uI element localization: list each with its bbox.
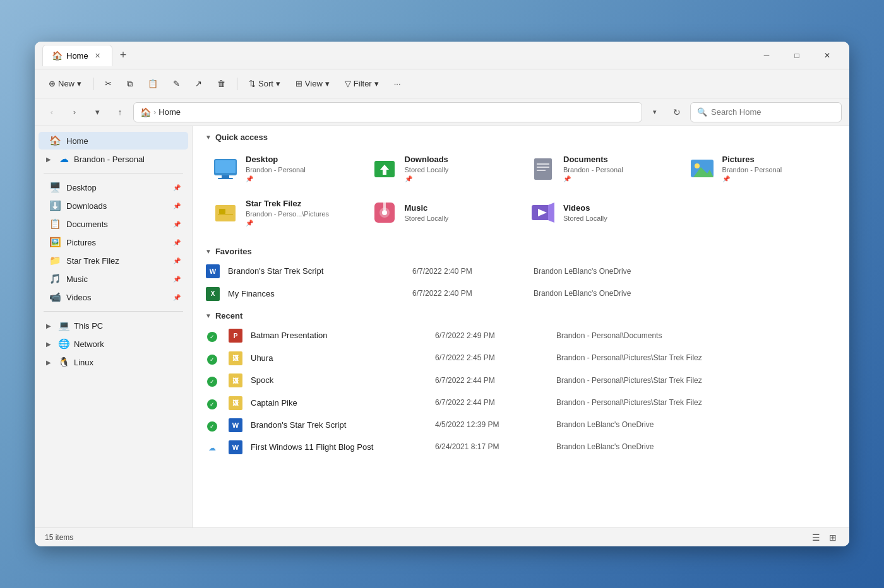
- new-tab-button[interactable]: +: [115, 46, 132, 64]
- sidebar-item-home[interactable]: 🏠 Home: [39, 132, 188, 150]
- sidebar-item-music[interactable]: 🎵 Music 📌: [39, 270, 188, 288]
- word-icon: W: [229, 440, 242, 454]
- dropdown-button[interactable]: ▾: [88, 103, 107, 122]
- qa-item-pictures[interactable]: Pictures Brandon - Personal 📌: [682, 148, 837, 189]
- favorite-item[interactable]: X My Finances 6/7/2022 2:40 PM Brandon L…: [193, 282, 849, 305]
- qa-info: Pictures Brandon - Personal 📌: [722, 155, 782, 182]
- sidebar-item-pictures[interactable]: 🖼️ Pictures 📌: [39, 233, 188, 251]
- sidebar-home-label: Home: [66, 136, 181, 146]
- address-dropdown-button[interactable]: ▾: [646, 102, 664, 122]
- quick-access-header[interactable]: ▼ Quick access: [193, 126, 849, 146]
- address-path[interactable]: 🏠 › Home: [133, 102, 642, 122]
- search-icon: 🔍: [697, 107, 707, 117]
- word-icon: W: [206, 264, 220, 278]
- delete-button[interactable]: 🗑: [211, 74, 232, 94]
- recent-item[interactable]: ✓ 🖼 Spock 6/7/2022 2:44 PM Brandon - Per…: [193, 369, 849, 392]
- copy-button[interactable]: ⧉: [121, 74, 139, 94]
- new-label: New: [58, 79, 75, 88]
- recent-item[interactable]: ✓ 🖼 Uhura 6/7/2022 2:45 PM Brandon - Per…: [193, 346, 849, 369]
- sidebar-item-desktop[interactable]: 🖥️ Desktop 📌: [39, 179, 188, 196]
- qa-item-videos[interactable]: Videos Stored Locally: [523, 192, 678, 233]
- cut-icon: ✂: [105, 79, 112, 88]
- recent-item[interactable]: ✓ W Brandon's Star Trek Script 4/5/2022 …: [193, 414, 849, 436]
- qa-item-documents[interactable]: Documents Brandon - Personal 📌: [523, 148, 678, 189]
- home-tab[interactable]: 🏠 Home ✕: [42, 45, 112, 66]
- refresh-button[interactable]: ↻: [667, 103, 686, 122]
- filter-button[interactable]: ▽ Filter ▾: [338, 74, 385, 94]
- paste-button[interactable]: 📋: [141, 74, 164, 94]
- file-name: Brandon's Star Trek Script: [228, 266, 405, 276]
- folder-icon: 🎵: [49, 273, 61, 285]
- qa-sub: Stored Locally: [405, 165, 449, 174]
- sort-icon: ⇅: [249, 79, 256, 88]
- file-content: ▼ Quick access Desktop Brandon - Persona…: [193, 126, 849, 527]
- svg-rect-8: [537, 167, 549, 168]
- tree-icon: 🐧: [57, 356, 70, 368]
- synced-icon: ✓: [207, 377, 217, 387]
- rename-button[interactable]: ✎: [167, 74, 186, 94]
- qa-name: Downloads: [405, 155, 449, 165]
- qa-item-music[interactable]: Music Stored Locally: [364, 192, 520, 233]
- list-view-button[interactable]: ☰: [809, 531, 823, 544]
- file-date: 6/24/2021 8:17 PM: [435, 442, 549, 451]
- svg-rect-7: [537, 163, 549, 165]
- folder-icon: 🖥️: [49, 182, 61, 193]
- maximize-button[interactable]: □: [782, 45, 811, 66]
- recent-item[interactable]: ✓ P Batman Presentation 6/7/2022 2:49 PM…: [193, 324, 849, 347]
- folder-label: Documents: [66, 220, 168, 229]
- sidebar-tree-linux[interactable]: ▶ 🐧 Linux: [39, 353, 188, 371]
- file-icon: W: [228, 418, 243, 432]
- view-icon: ⊞: [296, 79, 302, 88]
- favorites-header[interactable]: ▼ Favorites: [193, 240, 849, 260]
- status-indicator: ✓: [205, 351, 220, 365]
- expand-icon: ▶: [46, 156, 54, 163]
- view-button[interactable]: ⊞ View ▾: [289, 74, 336, 94]
- file-name: Batman Presentation: [251, 331, 427, 340]
- sidebar-item-brandon[interactable]: ▶ ☁ Brandon - Personal: [39, 150, 188, 168]
- file-name: My Finances: [228, 289, 405, 298]
- tab-close-button[interactable]: ✕: [92, 50, 103, 61]
- file-date: 6/7/2022 2:40 PM: [412, 267, 526, 276]
- more-button[interactable]: ···: [388, 74, 407, 94]
- sidebar-item-videos[interactable]: 📹 Videos 📌: [39, 288, 188, 306]
- grid-view-button[interactable]: ⊞: [827, 531, 839, 544]
- sidebar-tree-network[interactable]: ▶ 🌐 Network: [39, 335, 188, 353]
- sort-button[interactable]: ⇅ Sort ▾: [242, 74, 287, 94]
- qa-item-downloads[interactable]: Downloads Stored Locally 📌: [364, 148, 520, 189]
- favorite-item[interactable]: W Brandon's Star Trek Script 6/7/2022 2:…: [193, 260, 849, 282]
- recent-chevron: ▼: [205, 312, 212, 319]
- cut-button[interactable]: ✂: [99, 74, 118, 94]
- tab-area: 🏠 Home ✕ +: [42, 45, 752, 66]
- qa-name: Star Trek Filez: [246, 199, 329, 209]
- filter-chevron: ▾: [374, 79, 379, 88]
- sidebar-item-startrekfilez[interactable]: 📁 Star Trek Filez 📌: [39, 252, 188, 269]
- sidebar-item-downloads[interactable]: ⬇️ Downloads 📌: [39, 197, 188, 215]
- minimize-button[interactable]: ─: [752, 45, 781, 66]
- more-icon: ···: [394, 79, 401, 88]
- search-input[interactable]: [711, 107, 835, 117]
- sidebar-item-documents[interactable]: 📋 Documents 📌: [39, 215, 188, 233]
- filter-icon: ▽: [345, 79, 351, 88]
- back-button[interactable]: ‹: [42, 103, 61, 122]
- excel-icon: X: [206, 287, 220, 301]
- filter-label: Filter: [354, 79, 372, 88]
- recent-header[interactable]: ▼ Recent: [193, 305, 849, 324]
- file-date: 6/7/2022 2:49 PM: [435, 331, 549, 340]
- up-button[interactable]: ↑: [110, 103, 129, 122]
- forward-button[interactable]: ›: [65, 103, 84, 122]
- recent-item[interactable]: ☁ W First Windows 11 Flight Blog Post 6/…: [193, 436, 849, 458]
- qa-item-desktop[interactable]: Desktop Brandon - Personal 📌: [205, 148, 361, 189]
- sidebar-tree-thispc[interactable]: ▶ 💻 This PC: [39, 317, 188, 334]
- qa-pin: 📌: [246, 175, 306, 182]
- share-button[interactable]: ↗: [189, 74, 208, 94]
- qa-name: Documents: [563, 155, 623, 165]
- toolbar: ⊕ New ▾ ✂ ⧉ 📋 ✎ ↗ 🗑 ⇅ Sort ▾ ⊞: [35, 69, 849, 98]
- file-date: 6/7/2022 2:45 PM: [435, 353, 549, 362]
- new-button[interactable]: ⊕ New ▾: [42, 74, 88, 94]
- recent-item[interactable]: ✓ 🖼 Captain Pike 6/7/2022 2:44 PM Brando…: [193, 391, 849, 414]
- close-button[interactable]: ✕: [813, 45, 842, 66]
- qa-folder-icon: [212, 199, 239, 226]
- qa-info: Downloads Stored Locally 📌: [405, 155, 449, 182]
- qa-item-startrek[interactable]: Star Trek Filez Brandon - Perso...\Pictu…: [205, 192, 361, 233]
- status-bar: 15 items ☰ ⊞: [35, 527, 849, 546]
